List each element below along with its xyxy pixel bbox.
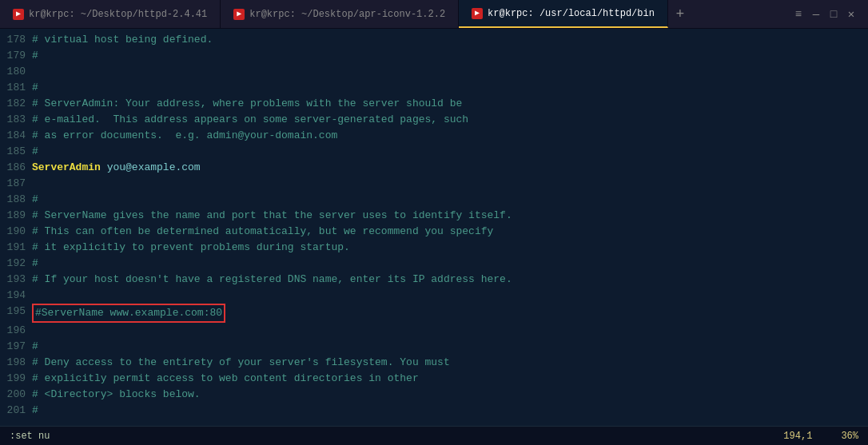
editor-line: 198# Deny access to the entirety of your… [0,355,868,371]
status-command: :set nu [10,431,50,442]
maximize-button[interactable]: □ [826,7,841,22]
highlighted-line: #ServerName www.example.com:80 [32,304,225,323]
editor-line: 188# [0,192,868,208]
editor-area: 178# virtual host being defined.179#1801… [0,29,868,426]
line-content: ServerAdmin you@example.com [32,160,868,176]
editor-line: 189# ServerName gives the name and port … [0,208,868,224]
line-number: 178 [3,32,32,48]
line-content: # This can often be determined automatic… [32,224,868,240]
editor-line: 196 [0,323,868,339]
line-content: # virtual host being defined. [32,32,868,48]
line-number: 186 [3,160,32,176]
tab-label-1: kr@krpc: ~/Desktop/httpd-2.4.41 [29,9,207,20]
editor-line: 186ServerAdmin you@example.com [0,160,868,176]
tab-httpd[interactable]: ▶ kr@krpc: ~/Desktop/httpd-2.4.41 [0,0,221,28]
menu-button[interactable]: ≡ [791,7,806,22]
editor-line: 179# [0,48,868,64]
line-number: 201 [3,403,32,419]
editor-line: 182# ServerAdmin: Your address, where pr… [0,96,868,112]
editor-line: 187 [0,176,868,192]
line-content: # it explicitly to prevent problems duri… [32,240,868,256]
line-number: 181 [3,80,32,96]
line-number: 192 [3,256,32,272]
status-bar: :set nu 194,1 36% [0,426,868,445]
tab-label-3: kr@krpc: /usr/local/httpd/bin [488,8,655,19]
line-content: # [32,339,868,355]
editor-line: 184# as error documents. e.g. admin@your… [0,128,868,144]
line-number: 196 [3,323,32,339]
line-number: 197 [3,339,32,355]
line-number: 200 [3,387,32,403]
tab-icon-2: ▶ [233,9,245,20]
line-number: 184 [3,128,32,144]
line-content: # [32,192,868,208]
line-number: 198 [3,355,32,371]
editor-line: 180 [0,64,868,80]
editor-line: 181# [0,80,868,96]
editor-line: 197# [0,339,868,355]
value-token: you@example.com [101,161,201,173]
line-content: # Deny access to the entirety of your se… [32,355,868,371]
line-content: # [32,80,868,96]
editor-line: 199# explicitly permit access to web con… [0,371,868,387]
line-content: # If your host doesn't have a registered… [32,272,868,288]
editor-line: 185# [0,144,868,160]
line-number: 193 [3,272,32,288]
editor-line: 200# <Directory> blocks below. [0,387,868,403]
line-number: 187 [3,176,32,192]
minimize-button[interactable]: — [809,7,823,22]
line-content: #ServerName www.example.com:80 [32,304,868,323]
new-tab-button[interactable]: + [668,0,692,28]
editor-line: 195#ServerName www.example.com:80 [0,304,868,323]
line-number: 188 [3,192,32,208]
line-number: 190 [3,224,32,240]
tab-apr-iconv[interactable]: ▶ kr@krpc: ~/Desktop/apr-iconv-1.2.2 [221,0,459,28]
line-number: 182 [3,96,32,112]
tab-icon-1: ▶ [13,9,24,20]
tab-httpd-bin[interactable]: ▶ kr@krpc: /usr/local/httpd/bin [459,0,668,28]
line-number: 191 [3,240,32,256]
window-controls: ≡ — □ ✕ [782,0,868,28]
editor-line: 191# it explicitly to prevent problems d… [0,240,868,256]
line-number: 183 [3,112,32,128]
line-content: # as error documents. e.g. admin@your-do… [32,128,868,144]
line-content: # explicitly permit access to web conten… [32,371,868,387]
line-content: # [32,144,868,160]
line-content: # ServerAdmin: Your address, where probl… [32,96,868,112]
line-content: # ServerName gives the name and port tha… [32,208,868,224]
editor-line: 183# e-mailed. This address appears on s… [0,112,868,128]
tab-label-2: kr@krpc: ~/Desktop/apr-iconv-1.2.2 [249,9,445,20]
line-content: # [32,48,868,64]
editor-line: 201# [0,403,868,419]
line-content: # e-mailed. This address appears on some… [32,112,868,128]
close-button[interactable]: ✕ [844,7,858,22]
editor-line: 193# If your host doesn't have a registe… [0,272,868,288]
line-number: 189 [3,208,32,224]
editor-line: 190# This can often be determined automa… [0,224,868,240]
line-content: # <Directory> blocks below. [32,387,868,403]
line-content: # [32,403,868,419]
status-position: 194,1 36% [783,431,858,442]
keyword-token: ServerAdmin [32,161,101,173]
line-number: 195 [3,304,32,320]
tab-icon-3: ▶ [472,8,483,19]
line-number: 180 [3,64,32,80]
editor-line: 194 [0,288,868,304]
editor-line: 192# [0,256,868,272]
editor-line: 178# virtual host being defined. [0,32,868,48]
line-number: 194 [3,288,32,304]
line-content: # [32,256,868,272]
titlebar: ▶ kr@krpc: ~/Desktop/httpd-2.4.41 ▶ kr@k… [0,0,868,29]
line-number: 179 [3,48,32,64]
line-number: 199 [3,371,32,387]
line-number: 185 [3,144,32,160]
